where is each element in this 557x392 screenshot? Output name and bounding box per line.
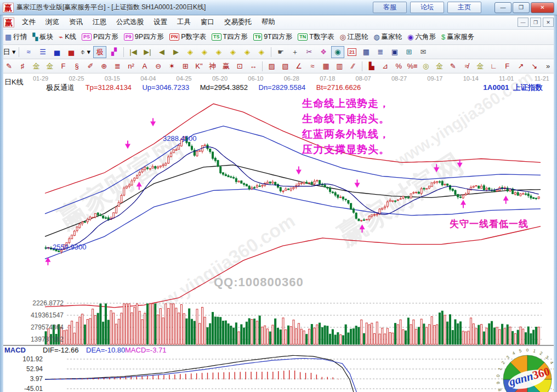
toolbar-quotes-button[interactable]: ▦行情: [5, 32, 27, 42]
menu-窗口[interactable]: 窗口: [196, 18, 219, 27]
percent-flag-icon[interactable]: ⊿: [379, 60, 391, 72]
wave-cross-icon[interactable]: ≉: [461, 60, 473, 72]
toolbar-9t-square-button[interactable]: T99T四方形: [253, 32, 293, 42]
f-angle-icon[interactable]: F: [501, 60, 514, 72]
toolbar-p-number-table-button[interactable]: PNP数字表: [169, 32, 206, 42]
toolbar-winner-wheel-button[interactable]: ◍赢家轮: [373, 32, 402, 42]
stat-columns-icon[interactable]: ▙: [365, 60, 378, 72]
prev-bar-icon[interactable]: ◀: [155, 46, 168, 58]
notepad-icon[interactable]: ≣: [374, 46, 387, 58]
spiral-icon[interactable]: §: [71, 60, 83, 72]
marker-icon[interactable]: K": [193, 60, 206, 72]
menu-浏览[interactable]: 浏览: [41, 18, 64, 27]
golden-band-icon[interactable]: 金: [43, 60, 56, 72]
menu-江恩[interactable]: 江恩: [88, 18, 111, 27]
web-icon[interactable]: ✶: [166, 60, 178, 72]
net-icon[interactable]: ▦: [320, 60, 332, 72]
zigzag-icon[interactable]: ≈: [22, 46, 35, 58]
more-button[interactable]: »: [542, 60, 554, 72]
child-close-button[interactable]: ✕: [543, 18, 554, 27]
toolbar-t-number-table-button[interactable]: TNT数字表: [298, 32, 334, 42]
calendar-icon[interactable]: 21: [345, 46, 359, 58]
toolbar-kline-button[interactable]: ⌁K线: [59, 32, 76, 42]
customer-service-button[interactable]: 客服: [373, 2, 407, 13]
number-grid-icon[interactable]: ⊡: [234, 60, 246, 72]
grid-target-icon[interactable]: ⊞: [179, 60, 192, 72]
red-brush-icon[interactable]: ✐: [84, 60, 97, 72]
pattern-icon[interactable]: ❖: [317, 46, 330, 58]
diamond-vshrink-icon[interactable]: ◈: [255, 46, 268, 58]
chart-grid-icon[interactable]: ▥: [333, 60, 346, 72]
crosshair-tool-icon[interactable]: ＋: [288, 46, 302, 58]
percent-icon[interactable]: %: [393, 60, 405, 72]
menu-交易委托[interactable]: 交易委托: [219, 18, 257, 27]
bars-9-icon[interactable]: ▅: [65, 46, 78, 58]
diamond-hshrink-icon[interactable]: ◈: [212, 46, 225, 58]
first-bar-icon[interactable]: |◀: [127, 46, 140, 58]
golden-section-icon[interactable]: 金: [30, 60, 43, 72]
scissors-icon[interactable]: ✂: [303, 46, 316, 58]
minimize-button[interactable]: —: [495, 2, 511, 13]
ruler-icon[interactable]: ≣: [111, 60, 124, 72]
color-histogram-icon[interactable]: ▞: [107, 46, 121, 58]
hspan-icon[interactable]: ↔: [247, 60, 260, 72]
speed-down-icon[interactable]: ↘: [528, 60, 541, 72]
circle-arc-icon[interactable]: ⊕: [98, 60, 110, 72]
a-line-icon[interactable]: A: [139, 60, 151, 72]
diamond-left-icon[interactable]: ◈: [184, 46, 197, 58]
shen-icon[interactable]: 神: [206, 60, 219, 72]
last-bar-icon[interactable]: ▶|: [141, 46, 154, 58]
compass-icon[interactable]: ⊖: [152, 60, 164, 72]
menu-资讯[interactable]: 资讯: [64, 18, 88, 27]
toolbar-sectors-button[interactable]: ▚板块: [32, 32, 53, 42]
gold-lines-icon[interactable]: 金: [433, 60, 446, 72]
toolbar-9p-square-button[interactable]: P99P四方形: [124, 32, 164, 42]
toolbar-winner-service-button[interactable]: $赢家服务: [441, 32, 474, 42]
j-angle-icon[interactable]: ∟: [487, 60, 500, 72]
angle-icon[interactable]: ∠: [293, 60, 305, 72]
next-bar-icon[interactable]: ▶: [169, 46, 183, 58]
bars-3-icon[interactable]: ▅: [50, 46, 64, 58]
child-minimize-button[interactable]: —: [518, 18, 528, 27]
brush-icon[interactable]: ✎: [3, 60, 15, 72]
box-hatch-icon[interactable]: ▨: [265, 60, 278, 72]
gold-circle-icon[interactable]: ◎: [419, 60, 432, 72]
ink-icon[interactable]: ✎: [447, 60, 459, 72]
diamond-hexpand-icon[interactable]: ◈: [226, 46, 240, 58]
wave-icon[interactable]: ≈: [306, 60, 319, 72]
toolbar-hexagon-button[interactable]: ◉六角形: [407, 32, 436, 42]
jiangen-channel-icon[interactable]: 极: [93, 46, 106, 58]
homepage-button[interactable]: 主页: [447, 2, 481, 13]
mail-truck-icon[interactable]: ✉: [417, 46, 430, 58]
box-hatch2-icon[interactable]: ▧: [279, 60, 292, 72]
toolbar-t-square-button[interactable]: TST四方形: [212, 32, 248, 42]
period-daily-dropdown[interactable]: 日 ▾: [3, 46, 16, 58]
n2-icon[interactable]: n²: [125, 60, 138, 72]
menu-帮助[interactable]: 帮助: [257, 18, 280, 27]
close-button[interactable]: ✕: [531, 2, 554, 13]
toolbar-p-square-button[interactable]: PSP四方形: [82, 32, 118, 42]
restore-button[interactable]: ❐: [513, 2, 530, 13]
toolbar-gann-wheel-button[interactable]: ◎江恩轮: [339, 32, 368, 42]
diamond-right-icon[interactable]: ◈: [198, 46, 211, 58]
f-line-icon[interactable]: F: [57, 60, 70, 72]
diamond-vexpand-icon[interactable]: ◈: [241, 46, 254, 58]
percent-lines-icon[interactable]: %≡: [406, 60, 419, 72]
menu-文件[interactable]: 文件: [17, 18, 41, 27]
calculator-icon[interactable]: ▦: [360, 46, 373, 58]
save-icon[interactable]: ▣: [388, 46, 401, 58]
note-icon[interactable]: ☰: [36, 46, 49, 58]
gann-line-icon[interactable]: ♯: [16, 60, 29, 72]
menu-公式选股[interactable]: 公式选股: [111, 18, 149, 27]
ying-icon[interactable]: 赢: [220, 60, 232, 72]
gold-sq-icon[interactable]: 金: [474, 60, 486, 72]
kline-chart-canvas[interactable]: gann36001234567890123456789012345: [0, 73, 557, 392]
menu-设置[interactable]: 设置: [149, 18, 172, 27]
export-icon[interactable]: ⊞: [402, 46, 416, 58]
menu-工具[interactable]: 工具: [172, 18, 196, 27]
hand-tool-icon[interactable]: ☛: [274, 46, 287, 58]
fan-lines-icon[interactable]: ∕∕: [347, 60, 360, 72]
forum-button[interactable]: 论坛: [410, 2, 444, 13]
brain-icon[interactable]: ◉: [331, 46, 344, 58]
candle-style-dropdown[interactable]: ⌽ ▾: [79, 46, 92, 58]
